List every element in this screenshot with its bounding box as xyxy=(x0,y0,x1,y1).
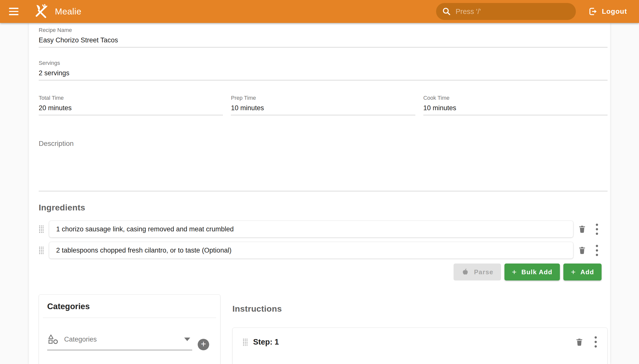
chevron-down-icon[interactable] xyxy=(184,338,190,341)
drag-handle-icon[interactable] xyxy=(243,338,248,346)
servings-input[interactable] xyxy=(39,69,607,77)
step-header: Step: 1 xyxy=(243,336,597,348)
prep-time-field: Prep Time xyxy=(231,92,415,115)
logout-label: Logout xyxy=(602,8,627,16)
description-field: Description xyxy=(39,140,607,191)
ingredient-card[interactable] xyxy=(49,221,573,237)
bottom-section: Categories Categories + Instructio xyxy=(39,294,607,364)
categories-combobox[interactable]: Categories xyxy=(47,333,192,350)
menu-icon[interactable] xyxy=(8,4,22,18)
search-icon xyxy=(442,7,451,16)
cook-time-input[interactable] xyxy=(423,104,607,112)
cook-time-label: Cook Time xyxy=(423,95,607,101)
logout-button[interactable]: Logout xyxy=(587,6,628,16)
description-textarea[interactable] xyxy=(39,149,607,191)
ingredient-menu-button[interactable] xyxy=(595,224,598,235)
instructions-column: Instructions Step: 1 xyxy=(232,294,607,364)
ingredient-actions: Parse + Bulk Add + Add xyxy=(39,264,607,280)
apple-icon xyxy=(461,268,470,276)
categories-combobox-label: Categories xyxy=(64,336,97,343)
step-menu-button[interactable] xyxy=(594,336,597,348)
add-label: Add xyxy=(580,268,594,276)
instructions-heading: Instructions xyxy=(232,304,607,314)
trash-icon xyxy=(575,338,584,346)
ingredient-card[interactable] xyxy=(49,242,573,258)
logout-icon xyxy=(588,7,598,16)
ingredient-menu-button[interactable] xyxy=(595,245,598,256)
description-label: Description xyxy=(39,140,74,147)
cook-time-field: Cook Time xyxy=(423,92,607,115)
categories-card: Categories Categories + xyxy=(39,294,221,364)
app-title: Mealie xyxy=(55,6,81,16)
total-time-field: Total Time xyxy=(39,92,223,115)
shapes-icon xyxy=(47,333,59,345)
trash-icon xyxy=(578,246,587,255)
trash-icon xyxy=(578,225,587,234)
ingredient-row xyxy=(39,242,607,258)
step-card: Step: 1 Combine crumbled chorizo and chi… xyxy=(232,328,607,364)
ingredients-heading: Ingredients xyxy=(39,203,607,212)
servings-label: Servings xyxy=(39,60,607,66)
categories-card-title: Categories xyxy=(39,295,220,318)
bulk-add-label: Bulk Add xyxy=(521,268,552,276)
recipe-name-field: Recipe Name xyxy=(39,24,607,47)
ingredient-row xyxy=(39,221,607,237)
servings-field: Servings xyxy=(39,57,607,80)
recipe-editor-sheet: Recipe Name Servings Total Time Prep Tim… xyxy=(29,23,610,364)
add-button[interactable]: + Add xyxy=(563,264,601,280)
times-row: Total Time Prep Time Cook Time xyxy=(39,92,607,115)
prep-time-input[interactable] xyxy=(231,104,415,112)
bulk-add-button[interactable]: + Bulk Add xyxy=(504,264,560,280)
ingredient-input[interactable] xyxy=(56,225,567,233)
search-input[interactable] xyxy=(455,7,570,16)
drag-handle-icon[interactable] xyxy=(39,225,44,233)
app-bar: Mealie Logout xyxy=(0,0,639,23)
kebab-icon xyxy=(596,224,598,235)
search-box[interactable] xyxy=(436,3,576,20)
delete-step-button[interactable] xyxy=(575,338,584,346)
plus-icon: + xyxy=(571,268,576,276)
drag-handle-icon[interactable] xyxy=(39,246,44,254)
parse-button[interactable]: Parse xyxy=(454,264,501,280)
categories-combobox-row: Categories + xyxy=(47,333,209,350)
add-category-button[interactable]: + xyxy=(198,339,209,350)
total-time-label: Total Time xyxy=(39,95,223,101)
prep-time-label: Prep Time xyxy=(231,95,415,101)
recipe-name-label: Recipe Name xyxy=(39,27,607,34)
kebab-icon xyxy=(594,336,597,348)
kebab-icon xyxy=(596,245,598,256)
ingredient-input[interactable] xyxy=(56,246,567,254)
plus-icon: + xyxy=(512,268,517,276)
divider xyxy=(43,318,216,318)
mealie-logo-icon xyxy=(34,4,48,19)
delete-ingredient-button[interactable] xyxy=(578,225,587,234)
parse-label: Parse xyxy=(474,268,494,276)
recipe-name-input[interactable] xyxy=(39,36,607,44)
total-time-input[interactable] xyxy=(39,104,223,112)
delete-ingredient-button[interactable] xyxy=(578,246,587,255)
step-title: Step: 1 xyxy=(253,338,279,346)
